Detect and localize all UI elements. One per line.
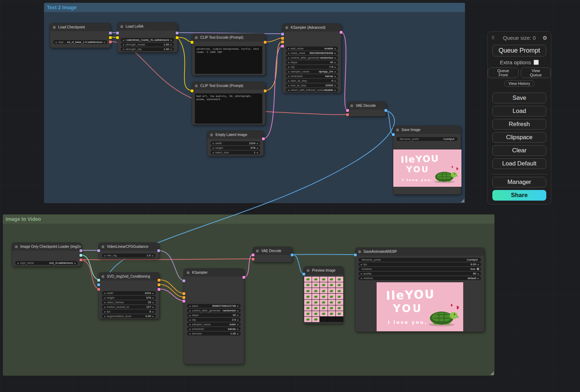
increment-arrow-icon[interactable]: ▶	[237, 328, 239, 330]
decrement-arrow-icon[interactable]: ◀	[122, 48, 124, 50]
decrement-arrow-icon[interactable]: ◀	[288, 52, 289, 54]
increment-arrow-icon[interactable]: ▶	[152, 254, 154, 257]
share-button[interactable]: Share	[492, 190, 546, 201]
output-slot-model[interactable]	[80, 249, 82, 252]
decrement-arrow-icon[interactable]: ◀	[288, 84, 289, 87]
decrement-arrow-icon[interactable]: ◀	[122, 39, 124, 41]
widget-cfg[interactable]: ◀cfg2.5▶	[187, 318, 241, 322]
increment-arrow-icon[interactable]: ▶	[237, 309, 239, 312]
increment-arrow-icon[interactable]: ▶	[152, 296, 154, 299]
input-slot-latent[interactable]	[346, 109, 349, 112]
decrement-arrow-icon[interactable]: ◀	[189, 309, 191, 312]
input-slot-image[interactable]	[302, 273, 305, 276]
widget-min_cfg[interactable]: ◀min_cfg1.0▶	[102, 254, 155, 257]
input-slot-conditioning[interactable]	[182, 292, 185, 295]
widget-height[interactable]: ◀height576▶	[210, 146, 260, 150]
node-title-bar[interactable]: Preview Image	[304, 267, 343, 274]
widget-method[interactable]: ◀methoddefault▶	[359, 276, 481, 280]
node-title-bar[interactable]: KSampler	[184, 269, 244, 277]
widget-batch_size[interactable]: ◀batch_size1▶	[210, 151, 260, 154]
output-slot-model[interactable]	[176, 32, 179, 34]
input-slot-conditioning[interactable]	[182, 296, 185, 299]
output-slot-latent[interactable]	[340, 31, 343, 34]
drag-handle-icon[interactable]: ⠿	[491, 34, 495, 42]
increment-arrow-icon[interactable]: ▶	[477, 272, 479, 275]
prompt-textarea[interactable]: bad art, low quality, 3d, photograph, an…	[195, 93, 262, 124]
decrement-arrow-icon[interactable]: ◀	[212, 151, 214, 154]
input-slot-image[interactable]	[354, 254, 357, 256]
node-empty-latent-image[interactable]: Empty Latent Image◀width1024▶◀height576▶…	[207, 131, 264, 156]
node-title-bar[interactable]: Load Checkpoint	[50, 23, 110, 31]
node-save-image[interactable]: Save Imagefilename_prefixComfyUI IleYOU …	[393, 126, 461, 195]
increment-arrow-icon[interactable]: ▶	[334, 89, 336, 91]
widget-scheduler[interactable]: ◀schedulerkarras▶	[286, 74, 338, 78]
video-frames-preview[interactable]	[304, 277, 343, 322]
decrement-arrow-icon[interactable]: ◀	[189, 323, 191, 326]
output-slot-conditioning[interactable]	[264, 89, 267, 92]
input-slot-vae[interactable]	[252, 258, 255, 261]
node-clip-text-encode-positive[interactable]: CLIP Text Encode (Prompt)valentine, simp…	[192, 33, 266, 76]
output-image-preview[interactable]: IleYOU YOU I love you. ❥ ❥	[377, 282, 463, 331]
node-title-bar[interactable]: Image Only Checkpoint Loader (img2vid mo…	[12, 243, 81, 251]
widget-steps[interactable]: ◀steps40▶	[286, 60, 338, 64]
widget-motion_bucket_id[interactable]: ◀motion_bucket_id127▶	[102, 305, 156, 309]
input-slot-vae[interactable]	[97, 288, 100, 291]
node-vae-decode-t2i[interactable]: VAE Decode	[347, 102, 386, 116]
input-slot-vae[interactable]	[346, 113, 349, 116]
output-slot-latent[interactable]	[158, 288, 160, 291]
view-history-button[interactable]: View History	[504, 80, 535, 87]
increment-arrow-icon[interactable]: ▶	[257, 147, 258, 149]
widget-cfg[interactable]: ◀cfg7.5▶	[286, 65, 338, 69]
widget-ckpt_name[interactable]: ◀ckpt_namesvd_xt.safetensors▶	[15, 261, 78, 265]
output-slot-clip_vision[interactable]	[80, 254, 82, 257]
node-save-animated-webp[interactable]: SaveAnimatedWEBPfilename_prefixComfyUI◀f…	[355, 247, 485, 332]
gear-icon[interactable]: ⚙	[543, 34, 547, 42]
widget-control_after_generate[interactable]: ◀control_after_generaterandomize▶	[286, 56, 338, 60]
node-ksampler-advanced[interactable]: KSampler (Advanced)◀add_noiseenable▶◀noi…	[282, 23, 341, 93]
collapse-dot-icon[interactable]	[396, 129, 399, 131]
widget-filename_prefix[interactable]: filename_prefixComfyUI	[396, 137, 458, 141]
clipspace-button[interactable]: Clipspace	[492, 132, 546, 143]
decrement-arrow-icon[interactable]: ◀	[189, 305, 191, 307]
output-slot-model[interactable]	[109, 32, 112, 34]
input-slot-model[interactable]	[182, 279, 185, 282]
node-title-bar[interactable]: VAE Decode	[253, 247, 292, 255]
increment-arrow-icon[interactable]: ▶	[152, 292, 154, 294]
decrement-arrow-icon[interactable]: ◀	[288, 80, 289, 82]
collapse-dot-icon[interactable]	[15, 245, 18, 248]
increment-arrow-icon[interactable]: ▶	[170, 39, 172, 41]
collapse-dot-icon[interactable]	[210, 134, 213, 136]
node-title-bar[interactable]: SVD_img2vid_Conditioning	[99, 273, 159, 281]
increment-arrow-icon[interactable]: ▶	[237, 318, 239, 321]
decrement-arrow-icon[interactable]: ◀	[288, 75, 289, 77]
node-image-only-checkpoint-loader[interactable]: Image Only Checkpoint Loader (img2vid mo…	[12, 243, 81, 267]
widget-video_frames[interactable]: ◀video_frames25▶	[102, 300, 156, 304]
increment-arrow-icon[interactable]: ▶	[257, 151, 258, 154]
output-slot-image[interactable]	[384, 109, 387, 112]
node-title-bar[interactable]: Empty Latent Image	[207, 131, 263, 139]
decrement-arrow-icon[interactable]: ◀	[122, 43, 124, 46]
widget-denoise[interactable]: ◀denoise1.00▶	[187, 332, 241, 336]
node-clip-text-encode-negative[interactable]: CLIP Text Encode (Prompt)bad art, low qu…	[192, 82, 266, 125]
node-title-bar[interactable]: Load LoRA	[117, 23, 177, 31]
widget-start_at_step[interactable]: ◀start_at_step0▶	[286, 79, 338, 83]
decrement-arrow-icon[interactable]: ◀	[104, 301, 105, 304]
output-image-preview[interactable]: IleYOU YOU I love you. ❥ ❥	[393, 149, 461, 187]
increment-arrow-icon[interactable]: ▶	[74, 262, 76, 264]
increment-arrow-icon[interactable]: ▶	[152, 310, 154, 313]
increment-arrow-icon[interactable]: ▶	[334, 61, 336, 64]
widget-sampler_name[interactable]: ◀sampler_namedpmpp_2m▶	[286, 70, 338, 74]
increment-arrow-icon[interactable]: ▶	[170, 48, 172, 50]
increment-arrow-icon[interactable]: ▶	[237, 314, 239, 316]
output-slot-conditioning[interactable]	[264, 41, 267, 44]
save-button[interactable]: Save	[492, 93, 546, 103]
increment-arrow-icon[interactable]: ▶	[477, 277, 479, 279]
increment-arrow-icon[interactable]: ▶	[334, 75, 336, 77]
input-slot-clip[interactable]	[191, 41, 193, 44]
increment-arrow-icon[interactable]: ▶	[152, 301, 154, 304]
input-slot-model[interactable]	[116, 32, 119, 34]
node-title-bar[interactable]: SaveAnimatedWEBP	[355, 248, 484, 256]
output-slot-model[interactable]	[157, 249, 160, 252]
decrement-arrow-icon[interactable]: ◀	[360, 263, 362, 266]
widget-fps[interactable]: ◀fps6.00▶	[359, 262, 481, 266]
